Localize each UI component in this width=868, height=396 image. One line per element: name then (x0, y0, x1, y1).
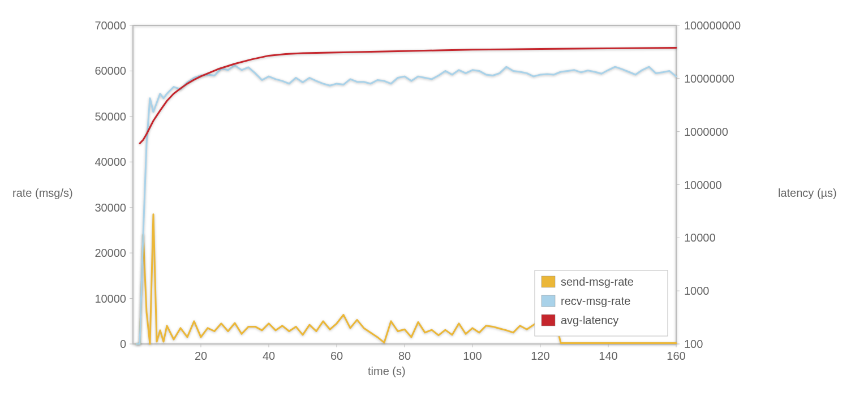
legend-label-latency: avg-latency (561, 314, 618, 326)
legend-swatch-recv (542, 295, 555, 307)
svg-text:70000: 70000 (94, 19, 126, 32)
svg-text:80: 80 (398, 350, 411, 362)
svg-text:20000: 20000 (94, 247, 126, 259)
svg-text:30000: 30000 (94, 201, 126, 214)
svg-text:10000000: 10000000 (684, 72, 734, 85)
svg-text:140: 140 (599, 350, 617, 362)
svg-text:100000: 100000 (684, 179, 722, 191)
line-chart: 0100002000030000400005000060000700001001… (0, 0, 868, 396)
svg-text:1000000: 1000000 (684, 126, 728, 138)
legend-label-recv: recv-msg-rate (561, 295, 630, 307)
legend-swatch-send (542, 276, 555, 287)
svg-text:10000: 10000 (684, 231, 716, 244)
svg-text:20: 20 (195, 350, 207, 362)
svg-text:60000: 60000 (94, 64, 126, 77)
svg-text:100: 100 (684, 338, 703, 350)
svg-text:0: 0 (120, 338, 126, 350)
svg-text:100: 100 (463, 350, 482, 362)
svg-text:40: 40 (263, 350, 275, 362)
svg-text:1000: 1000 (684, 285, 710, 297)
series-avg-latency (140, 48, 676, 143)
legend-swatch-latency (542, 315, 555, 326)
svg-text:60: 60 (330, 350, 343, 362)
svg-text:160: 160 (667, 350, 685, 362)
legend-label-send: send-msg-rate (561, 276, 634, 288)
svg-text:50000: 50000 (94, 110, 126, 123)
svg-text:40000: 40000 (94, 156, 126, 168)
svg-text:120: 120 (531, 350, 549, 362)
svg-text:10000: 10000 (94, 292, 126, 305)
svg-text:100000000: 100000000 (684, 19, 741, 32)
